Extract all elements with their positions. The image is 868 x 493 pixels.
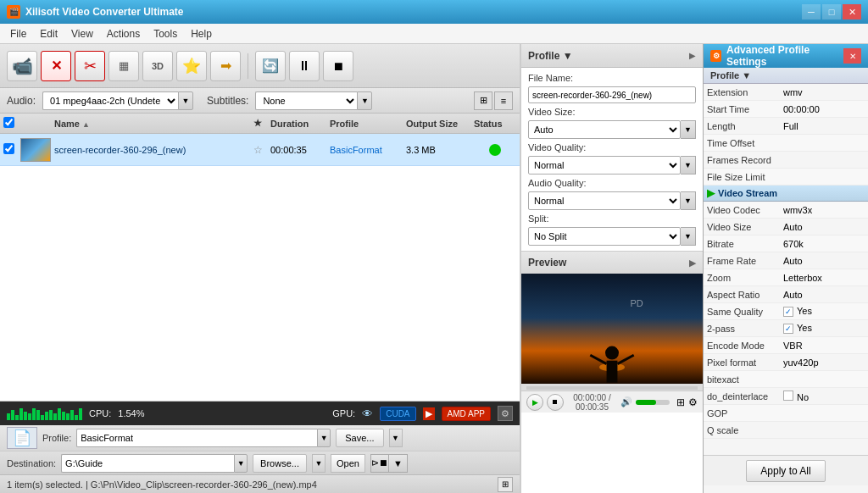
settings-button[interactable]: ⚙ [498,406,513,421]
profile-column-header[interactable]: Profile [330,119,406,129]
delete-button[interactable]: ✕ [41,51,71,81]
prop-frames-record: Frames Record [704,152,868,169]
menu-actions[interactable]: Actions [100,26,147,42]
next-button[interactable]: ▼ [389,454,408,473]
effects-button[interactable]: ⭐ [176,51,207,81]
row-checkbox[interactable] [3,143,14,154]
cuda-button[interactable]: CUDA [380,407,415,421]
destination-input[interactable] [61,454,234,473]
waveform-bar [75,415,78,420]
fullscreen-icon[interactable]: ⊞ [676,396,685,408]
preview-header: Preview ▶ [521,252,703,274]
volume-slider[interactable] [636,400,670,405]
expand-button[interactable]: ▶ [689,51,696,60]
audio-quality-dropdown-arrow[interactable]: ▼ [681,191,696,210]
play-button[interactable]: ▶ [526,394,543,411]
video-quality-dropdown-arrow[interactable]: ▼ [681,156,696,174]
settings-panel-icon[interactable]: ⚙ [688,396,698,408]
row-star-cell[interactable]: ☆ [253,144,270,156]
audio-combo[interactable]: 01 mpeg4aac-2ch (Undetermined ▼ [42,91,193,110]
waveform-bar [7,413,10,420]
browse-dropdown-arrow[interactable]: ▼ [312,454,326,473]
table-row[interactable]: screen-recorder-360-296_(new) ☆ 00:00:35… [0,134,520,166]
preview-seekbar[interactable] [526,386,698,390]
audio-quality-select[interactable]: Normal [528,191,681,210]
profile-panel-title: Profile ▼ [528,50,573,62]
name-column-header[interactable]: Name ▲ [54,119,253,129]
duration-column-header[interactable]: Duration [270,119,330,129]
prop-pixel-format: Pixel format yuv420p [704,354,868,371]
menu-file[interactable]: File [3,26,33,42]
browse-button[interactable]: Browse... [253,454,307,473]
prop-same-quality: Same Quality ✓Yes [704,303,868,320]
cut-button[interactable]: ✂ [75,51,105,81]
table-header: Name ▲ ★ Duration Profile Output Size St… [0,114,520,134]
prop-bitexact: bitexact [704,371,868,388]
output-column-header[interactable]: Output Size [406,119,474,129]
open-button[interactable]: Open [331,454,365,473]
split-select[interactable]: No Split [528,227,681,246]
list-view-button[interactable]: ≡ [494,91,513,110]
arrow-buttons: ⊳⏹ ▼ [370,454,408,473]
profile-row-label: Profile: [42,433,71,443]
menu-view[interactable]: View [64,26,100,42]
subtitles-select[interactable]: None [255,91,357,110]
select-all-checkbox[interactable] [3,117,14,128]
amd-button[interactable]: AMD APP [442,407,491,421]
cpu-value: 1.54% [118,408,144,418]
split-row: Split: [528,213,696,224]
advanced-close-button[interactable]: ✕ [843,48,861,64]
waveform-bar [11,410,14,420]
audio-dropdown-arrow[interactable]: ▼ [178,91,193,110]
menu-edit[interactable]: Edit [33,26,64,42]
maximize-button[interactable]: □ [822,4,841,19]
apply-all-button[interactable]: Apply to All [746,460,825,482]
video-quality-select[interactable]: Normal [528,156,681,174]
add-video-button[interactable]: 📹 [7,51,37,81]
preview-controls: ▶ ⏹ 00:00:00 / 00:00:35 🔊 ⊞ ⚙ [521,391,703,413]
status-icon[interactable]: ⊞ [498,477,513,492]
pause-button[interactable]: ⏸ [289,51,320,81]
profile-dropdown-arrow[interactable]: ▼ [317,429,331,447]
stop-preview-button[interactable]: ⏹ [547,394,564,411]
prop-video-size: Video Size Auto [704,219,868,235]
stop-button[interactable]: ⏹ [323,51,353,81]
convert-button[interactable]: 🔄 [255,51,286,81]
file-name-input[interactable] [528,86,696,103]
3d-button[interactable]: 3D [142,51,173,81]
snapshot-button[interactable]: ➡ [210,51,241,81]
prev-button[interactable]: ⊳⏹ [370,454,389,473]
preview-expand-icon[interactable]: ▶ [689,258,696,269]
row-status-cell [474,144,516,156]
waveform-bar [49,410,53,420]
profile-input-group[interactable]: ▼ [76,429,331,447]
right-panel: Profile ▼ ▶ File Name: Video Size: Auto … [520,44,703,493]
advanced-properties: Extension wmv Start Time 00:00:00 Length… [704,84,868,455]
save-dropdown-arrow[interactable]: ▼ [389,429,403,447]
video-size-dropdown-arrow[interactable]: ▼ [681,120,696,139]
subtitles-combo[interactable]: None ▼ [255,91,372,110]
deinterlace-button[interactable]: ▦ [108,51,139,81]
menu-help[interactable]: Help [184,26,219,42]
waveform-bar [24,412,27,420]
preview-progress-container[interactable] [521,384,703,391]
menu-tools[interactable]: Tools [147,26,184,42]
subtitles-dropdown-arrow[interactable]: ▼ [357,91,372,110]
deinterlace-checkbox[interactable] [783,391,793,401]
save-button[interactable]: Save... [336,429,383,447]
audio-select[interactable]: 01 mpeg4aac-2ch (Undetermined [42,91,178,110]
minimize-button[interactable]: ─ [802,4,821,19]
split-dropdown-arrow[interactable]: ▼ [681,227,696,246]
destination-dropdown-arrow[interactable]: ▼ [234,454,248,473]
status-column-header[interactable]: Status [474,119,516,129]
destination-input-group[interactable]: ▼ [61,454,248,473]
close-button[interactable]: ✕ [843,4,861,19]
profile-input[interactable] [76,429,317,447]
grid-view-button[interactable]: ⊞ [474,91,492,110]
video-size-select[interactable]: Auto [528,120,681,139]
same-quality-checkbox[interactable]: ✓ [783,307,793,317]
file-table[interactable]: screen-recorder-360-296_(new) ☆ 00:00:35… [0,134,520,402]
2pass-checkbox[interactable]: ✓ [783,324,793,334]
volume-icon[interactable]: 🔊 [620,396,632,407]
app-icon: 🎬 [7,5,20,19]
